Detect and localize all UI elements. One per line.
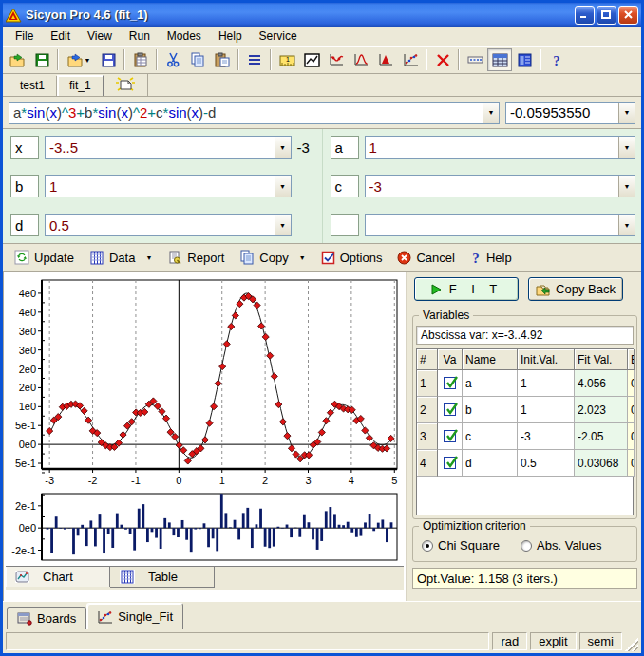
toolbar-delete-button[interactable]: [430, 48, 455, 71]
table-cell[interactable]: -2.05: [575, 423, 628, 450]
variable-value[interactable]: -3..5: [46, 137, 275, 158]
toolbar-fit-distribution-button[interactable]: [373, 48, 398, 71]
radio-dot[interactable]: [422, 540, 433, 552]
variable-dropdown-arrow[interactable]: ▼: [618, 176, 635, 197]
table-cell[interactable]: 0.1803: [628, 450, 635, 477]
table-cell[interactable]: 0.5: [518, 450, 575, 477]
toolbar-panel-side-button[interactable]: [512, 48, 537, 71]
toolbar-fit-curve-button[interactable]: [324, 48, 349, 71]
toolbar-chart-window-button[interactable]: [299, 48, 324, 71]
variable-name-field[interactable]: b: [10, 175, 39, 197]
menu-edit[interactable]: Edit: [42, 28, 79, 45]
radio-dot[interactable]: [521, 540, 532, 552]
variable-dropdown-arrow[interactable]: ▼: [275, 137, 291, 158]
table-cell[interactable]: b: [463, 397, 518, 423]
formula-text[interactable]: a*sin(x)^3+b*sin(x)^2+c*sin(x)-d: [9, 103, 483, 123]
page-tab-fit_1[interactable]: fit_1: [57, 75, 104, 96]
report-button[interactable]: Report: [161, 248, 232, 267]
maximize-button[interactable]: [597, 6, 616, 25]
table-cell[interactable]: 1: [518, 397, 575, 423]
formula-input[interactable]: a*sin(x)^3+b*sin(x)^2+c*sin(x)-d ▼: [9, 102, 500, 124]
variable-enabled-checkbox[interactable]: [444, 457, 456, 469]
variable-value[interactable]: -3: [366, 176, 619, 197]
variable-dropdown-arrow[interactable]: ▼: [275, 215, 291, 235]
table-cell[interactable]: 4.056: [575, 370, 628, 397]
radio-abs-values[interactable]: Abs. Values: [521, 538, 601, 553]
table-cell[interactable]: 3: [417, 423, 438, 450]
table-cell[interactable]: a: [463, 370, 518, 397]
bottom-tab-single_fit[interactable]: Single_Fit: [86, 603, 183, 629]
residuals-chart[interactable]: 2e-10e0-2e-1: [6, 490, 405, 566]
table-cell[interactable]: 0.4542: [628, 423, 635, 450]
menu-modes[interactable]: Modes: [159, 28, 210, 45]
page-tab-new[interactable]: [104, 74, 148, 96]
variable-value[interactable]: [366, 215, 619, 235]
copy-back-button[interactable]: Copy Back: [528, 277, 623, 301]
options-button[interactable]: Options: [315, 249, 390, 267]
copy-dropdown-arrow[interactable]: ▼: [299, 254, 306, 261]
table-cell[interactable]: 1: [417, 370, 438, 397]
table-cell[interactable]: d: [463, 450, 518, 477]
toolbar-cut-button[interactable]: [161, 48, 185, 71]
variable-name-field[interactable]: x: [10, 136, 39, 159]
variable-name-field[interactable]: [331, 214, 359, 236]
variable-dropdown-arrow[interactable]: ▼: [618, 137, 635, 158]
table-cell[interactable]: 2.023: [575, 397, 628, 423]
page-tab-test1[interactable]: test1: [9, 76, 57, 96]
abscissa-field[interactable]: Abscissa var: x=-3..4.92: [416, 326, 634, 345]
menu-help[interactable]: Help: [210, 28, 251, 45]
resize-grip[interactable]: [625, 638, 638, 651]
variable-value-combo[interactable]: -3▼: [365, 175, 636, 197]
variable-value-combo[interactable]: 0.5▼: [45, 214, 292, 236]
data-dropdown-arrow[interactable]: ▼: [145, 254, 152, 261]
variable-value-combo[interactable]: 1▼: [365, 136, 636, 159]
toolbar-save-board-button[interactable]: [96, 48, 121, 71]
table-cell[interactable]: 1: [518, 370, 575, 397]
table-cell[interactable]: 0.5682: [628, 370, 635, 397]
menu-service[interactable]: Service: [251, 28, 306, 45]
table-cell[interactable]: -3: [518, 423, 575, 450]
variable-value-combo[interactable]: -3..5▼: [45, 136, 292, 159]
variable-dropdown-arrow[interactable]: ▼: [275, 176, 291, 197]
toolbar-fit-scatter-button[interactable]: [398, 48, 423, 71]
variable-value[interactable]: 1: [46, 176, 275, 197]
minimize-button[interactable]: [575, 6, 595, 25]
open-board-dropdown-arrow[interactable]: ▼: [85, 57, 91, 64]
menu-run[interactable]: Run: [121, 28, 159, 45]
toolbar-paste-special-button[interactable]: [128, 48, 153, 71]
variable-value-combo[interactable]: ▼: [365, 214, 636, 236]
table-cell[interactable]: 0.03068: [575, 450, 628, 477]
fit-button[interactable]: F I T: [414, 277, 519, 301]
variable-dropdown-arrow[interactable]: ▼: [618, 215, 635, 235]
copy-button[interactable]: Copy▼: [234, 248, 313, 267]
result-box[interactable]: -0.05953550 ▼: [505, 102, 635, 124]
help-button[interactable]: ?Help: [464, 249, 520, 267]
variable-name-field[interactable]: c: [331, 175, 359, 197]
variable-value[interactable]: 1: [366, 137, 619, 158]
toolbar-units-button[interactable]: 1: [275, 48, 299, 71]
toolbar-panel-strip-button[interactable]: [463, 48, 487, 71]
variable-name-field[interactable]: d: [10, 214, 39, 236]
tab-table[interactable]: Table: [110, 567, 215, 588]
variable-enabled-checkbox[interactable]: [444, 430, 456, 442]
status-panel-semi[interactable]: semi: [579, 632, 622, 650]
variable-enabled-checkbox[interactable]: [444, 377, 456, 389]
toolbar-copy-button[interactable]: [185, 48, 210, 71]
status-panel-rad[interactable]: rad: [492, 632, 527, 650]
variable-enabled-checkbox[interactable]: [444, 403, 456, 416]
toolbar-open-file-button[interactable]: [5, 48, 29, 71]
bottom-tab-boards[interactable]: Boards: [7, 607, 86, 629]
menu-file[interactable]: File: [7, 28, 42, 45]
status-panel-explit[interactable]: explit: [530, 632, 576, 650]
table-cell[interactable]: 4: [417, 450, 438, 477]
result-dropdown-arrow[interactable]: ▼: [618, 103, 635, 123]
update-button[interactable]: Update: [9, 248, 82, 267]
toolbar-align-lines-button[interactable]: [242, 48, 267, 71]
close-button[interactable]: [618, 6, 638, 25]
toolbar-save-file-button[interactable]: [29, 48, 54, 71]
toolbar-open-board-button[interactable]: ▼: [62, 48, 96, 71]
title-bar[interactable]: Sicyon Pro 4.6 (fit_1): [3, 3, 641, 27]
variable-value[interactable]: 0.5: [46, 215, 275, 235]
variable-value-combo[interactable]: 1▼: [45, 175, 292, 197]
cancel-button[interactable]: Cancel: [391, 249, 462, 267]
